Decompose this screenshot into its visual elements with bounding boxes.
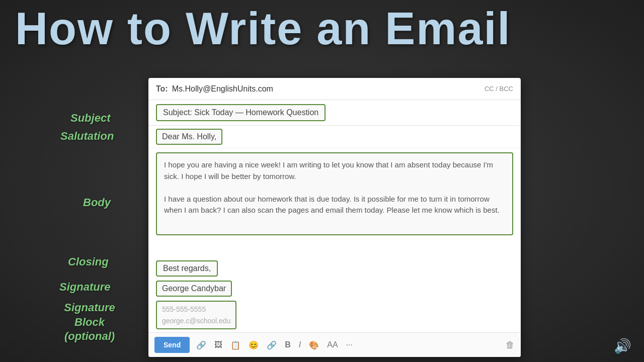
label-body: Body [83,196,111,209]
to-address[interactable]: Ms.Holly@EnglishUnits.com [172,84,273,94]
label-subject: Subject [70,112,110,125]
delete-draft-icon[interactable]: 🗑 [506,340,515,350]
email-subject-row: Subject: Sick Today — Homework Question [148,100,521,126]
to-label: To: [156,84,168,94]
label-signature: Signature [59,281,110,294]
email-closing-row: Best regards, [148,258,521,279]
email-signature-row: George Candybar [148,279,521,299]
speaker-icon[interactable]: 🔊 [614,338,631,354]
subject-field[interactable]: Subject: Sick Today — Homework Question [156,104,326,121]
email-to-row: To: Ms.Holly@EnglishUnits.com CC / BCC [148,78,521,100]
sigblock-phone: 555-555-5555 [162,305,206,313]
email-toolbar: Send 🔗 🖼 📋 😊 🔗 B I 🎨 AA ··· 🗑 [148,332,521,357]
label-salutation: Salutation [60,130,114,143]
link-icon[interactable]: 🔗 [265,339,278,351]
label-closing: Closing [68,255,109,268]
emoji-icon[interactable]: 😊 [247,339,260,351]
label-sigblock: SignatureBlock(optional) [59,301,120,344]
send-button[interactable]: Send [154,337,190,353]
email-salutation-row: Dear Ms. Holly, [148,126,521,148]
email-compose-window: To: Ms.Holly@EnglishUnits.com CC / BCC S… [148,78,521,357]
italic-icon[interactable]: I [297,339,302,350]
body-paragraph-2: I have a question about our homework tha… [164,195,500,215]
font-size-icon[interactable]: AA [326,339,339,350]
email-body-row: I hope you are having a nice week! I am … [148,148,521,258]
signature-field[interactable]: George Candybar [156,281,232,297]
attachment-icon[interactable]: 🔗 [195,339,208,351]
cc-bcc-button[interactable]: CC / BCC [485,85,513,93]
more-options-icon[interactable]: ··· [345,339,354,350]
body-paragraph-1: I hope you are having a nice week! I am … [164,160,493,180]
sigblock-email: george.c@school.edu [162,317,230,325]
drive-icon[interactable]: 📋 [229,339,242,351]
salutation-field[interactable]: Dear Ms. Holly, [156,129,222,145]
closing-field[interactable]: Best regards, [156,260,218,277]
body-field[interactable]: I hope you are having a nice week! I am … [156,152,513,235]
email-sigblock-row: 555-555-5555 george.c@school.edu [148,299,521,332]
image-icon[interactable]: 🖼 [213,339,224,350]
sigblock-field[interactable]: 555-555-5555 george.c@school.edu [156,301,236,329]
bold-icon[interactable]: B [283,339,292,350]
color-icon[interactable]: 🎨 [307,339,320,351]
page-title: How to Write an Email [0,4,644,54]
